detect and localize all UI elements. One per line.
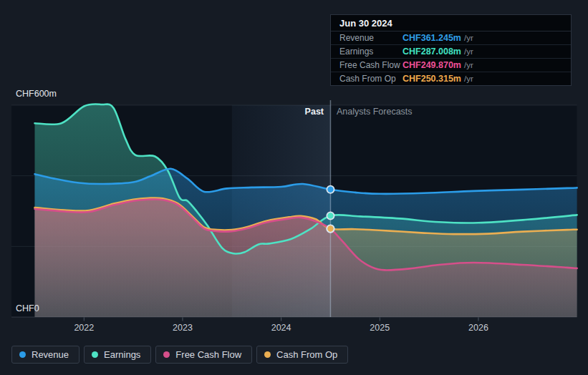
y-axis-top-label: CHF600m	[16, 89, 57, 99]
legend-label: Revenue	[32, 349, 69, 360]
free-cash-flow-dot-icon	[163, 351, 170, 358]
tooltip-value: CHF287.008m	[403, 47, 461, 57]
tooltip-row-free-cash-flow: Free Cash Flow CHF249.870m /yr	[331, 59, 571, 72]
chart-legend: Revenue Earnings Free Cash Flow Cash Fro…	[11, 346, 348, 364]
tooltip-suffix: /yr	[464, 34, 473, 42]
x-tick-label-2025: 2025	[370, 323, 390, 333]
cash-from-op-dot-icon	[264, 351, 271, 358]
tooltip-label: Free Cash Flow	[339, 60, 403, 70]
tooltip-value: CHF249.870m	[403, 60, 461, 70]
legend-label: Cash From Op	[276, 349, 337, 360]
legend-item-cash-from-op[interactable]: Cash From Op	[256, 346, 348, 364]
earnings-marker[interactable]	[327, 212, 334, 219]
x-tick-label-2024: 2024	[271, 323, 291, 333]
tooltip-suffix: /yr	[464, 47, 473, 56]
tooltip-date: Jun 30 2024	[331, 15, 571, 31]
tooltip-value: CHF250.315m	[403, 74, 461, 84]
forecast-section-label: Analysts Forecasts	[337, 107, 413, 117]
x-tick-label-2022: 2022	[74, 323, 94, 333]
cash-from-op-marker[interactable]	[327, 225, 334, 232]
tooltip-value: CHF361.245m	[403, 33, 461, 43]
financial-forecast-chart-panel: 20222023202420252026 CHF600m CHF0 Past A…	[0, 0, 588, 375]
earnings-dot-icon	[92, 351, 98, 358]
revenue-marker[interactable]	[327, 186, 334, 193]
x-tick-label-2023: 2023	[173, 323, 193, 333]
legend-item-earnings[interactable]: Earnings	[84, 346, 151, 364]
tooltip-label: Cash From Op	[339, 74, 403, 84]
tooltip-label: Earnings	[339, 47, 403, 57]
tooltip-row-earnings: Earnings CHF287.008m /yr	[331, 45, 571, 59]
x-tick-label-2026: 2026	[468, 323, 488, 333]
legend-item-revenue[interactable]: Revenue	[11, 346, 79, 364]
tooltip-row-revenue: Revenue CHF361.245m /yr	[331, 31, 571, 45]
tooltip-suffix: /yr	[464, 61, 473, 69]
legend-label: Earnings	[104, 349, 140, 360]
y-axis-bottom-label: CHF0	[16, 303, 39, 313]
legend-label: Free Cash Flow	[175, 349, 241, 360]
tooltip-label: Revenue	[339, 33, 403, 43]
tooltip-suffix: /yr	[464, 74, 473, 83]
chart-tooltip: Jun 30 2024 Revenue CHF361.245m /yr Earn…	[330, 14, 572, 86]
past-section-label: Past	[0, 107, 324, 117]
tooltip-row-cash-from-op: Cash From Op CHF250.315m /yr	[331, 72, 571, 85]
revenue-dot-icon	[19, 351, 26, 358]
legend-item-free-cash-flow[interactable]: Free Cash Flow	[155, 346, 252, 364]
